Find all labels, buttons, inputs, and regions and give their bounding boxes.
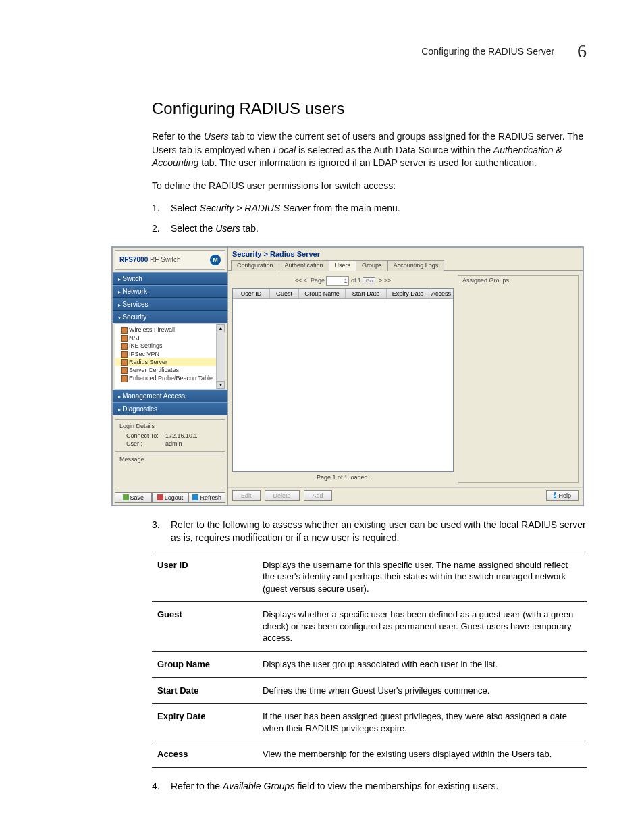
definition-term: Guest [152,602,257,652]
definition-term: Start Date [152,677,257,704]
step-1: 1. Select Security > RADIUS Server from … [152,202,587,215]
tab-strip: Configuration Authentication Users Group… [228,259,583,271]
definition-row: GuestDisplays whether a specific user ha… [152,602,587,652]
pager-go-button[interactable]: Go [363,277,375,284]
definition-term: User ID [152,552,257,602]
tab-users[interactable]: Users [329,260,357,271]
nav-diagnostics[interactable]: Diagnostics [113,402,227,415]
definition-term: Access [152,741,257,768]
running-header: Configuring the RADIUS Server 6 [57,41,587,62]
nav-security-tree: Wireless Firewall NAT IKE Settings IPSec… [115,323,225,390]
login-connect-value: 172.16.10.1 [165,432,198,439]
col-user-id[interactable]: User ID [233,289,270,298]
login-user-value: admin [165,440,182,447]
pager-page-input[interactable]: 1 [326,276,349,286]
intro-paragraph-1: Refer to the Users tab to view the curre… [152,130,587,170]
nav-radius-server[interactable]: Radius Server [115,358,225,366]
add-button[interactable]: Add [304,490,332,501]
tab-groups[interactable]: Groups [356,260,388,271]
login-details-panel: Login Details Connect To: 172.16.10.1 Us… [115,419,225,452]
tab-authentication[interactable]: Authentication [279,260,329,271]
tab-accounting-logs[interactable]: Accounting Logs [387,260,445,271]
tree-scrollbar[interactable] [216,324,225,389]
nav-wireless-firewall[interactable]: Wireless Firewall [115,325,225,334]
vendor-logo-icon: M [210,255,221,265]
users-grid: User ID Guest Group Name Start Date Expi… [232,288,454,472]
nav-mgmt-access[interactable]: Management Access [113,390,227,402]
step-4: 4. Refer to the Available Groups field t… [152,780,587,793]
refresh-button[interactable]: Refresh [188,492,225,503]
assigned-groups-panel: Assigned Groups [458,275,579,483]
save-button[interactable]: Save [115,492,152,503]
nav-nat[interactable]: NAT [115,334,225,342]
definition-desc: Displays the username for this specific … [257,552,587,602]
pager-next[interactable]: > >> [379,277,391,284]
definition-row: Start DateDefines the time when Guest Us… [152,677,587,704]
definition-row: Expiry DateIf the user has been assigned… [152,704,587,741]
nav-switch[interactable]: Switch [113,272,227,285]
help-icon: ? [554,492,557,498]
col-access[interactable]: Access [429,289,453,298]
col-group-name[interactable]: Group Name [299,289,346,298]
col-start-date[interactable]: Start Date [346,289,387,298]
pager-prev[interactable]: << < [295,277,307,284]
nav-ipsec[interactable]: IPSec VPN [115,350,225,358]
definition-term: Expiry Date [152,704,257,741]
nav-services[interactable]: Services [113,298,227,311]
brand-bar: RFS7000 RF Switch M [115,250,225,270]
step-3: 3. Refer to the following to assess whet… [152,519,587,545]
grid-footer: Page 1 of 1 loaded. [232,472,454,483]
nav-network[interactable]: Network [113,285,227,298]
grid-body [233,299,453,471]
edit-button[interactable]: Edit [232,490,261,501]
pager: << < Page 1 of 1 Go > >> [232,275,454,288]
definition-desc: If the user has been assigned guest priv… [257,704,587,741]
col-expiry-date[interactable]: Expiry Date [387,289,429,298]
breadcrumb: Security > Radius Server [228,248,583,259]
login-connect-label: Connect To: [126,432,165,439]
nav-server-certs[interactable]: Server Certificates [115,366,225,374]
nav-security[interactable]: Security [113,311,227,323]
logout-button[interactable]: Logout [152,492,189,503]
definition-row: Group NameDisplays the user group associ… [152,652,587,678]
message-panel: Message [115,454,225,488]
field-definition-table: User IDDisplays the username for this sp… [152,552,587,768]
nav-probe-table[interactable]: Enhanced Probe/Beacon Table [115,374,225,382]
login-user-label: User : [126,440,165,447]
definition-desc: Displays whether a specific user has bee… [257,602,587,652]
definition-term: Group Name [152,652,257,678]
step-2: 2. Select the Users tab. [152,222,587,236]
help-button[interactable]: ? Help [546,490,579,501]
running-title: Configuring the RADIUS Server [421,46,554,57]
logout-icon [157,494,163,500]
col-guest[interactable]: Guest [270,289,299,298]
definition-desc: View the membership for the existing use… [257,741,587,768]
tab-configuration[interactable]: Configuration [231,260,279,271]
definition-row: User IDDisplays the username for this sp… [152,552,587,602]
section-title: Configuring RADIUS users [152,99,587,118]
save-icon [123,494,129,500]
definition-desc: Displays the user group associated with … [257,652,587,678]
nav-ike[interactable]: IKE Settings [115,342,225,350]
app-screenshot: RFS7000 RF Switch M Switch Network Servi… [111,246,584,506]
refresh-icon [192,494,198,500]
definition-row: AccessView the membership for the existi… [152,741,587,768]
delete-button[interactable]: Delete [265,490,300,501]
intro-paragraph-2: To define the RADIUS user permissions fo… [152,180,587,193]
chapter-number: 6 [577,41,587,61]
definition-desc: Defines the time when Guest User's privi… [257,677,587,704]
